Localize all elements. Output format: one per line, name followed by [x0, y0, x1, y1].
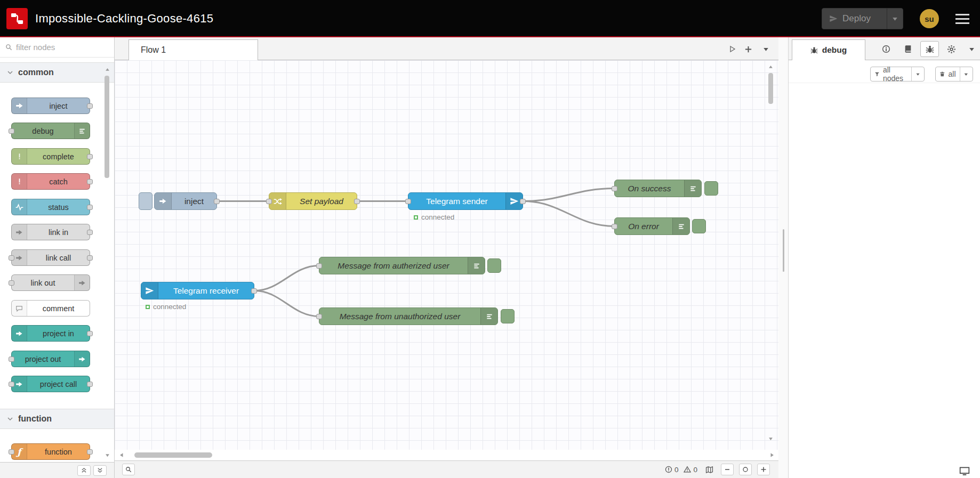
node-on-error[interactable]: On error	[614, 217, 690, 235]
palette-node-project-out[interactable]: project out	[11, 351, 90, 367]
palette-scroll-up-arrow[interactable]	[105, 67, 110, 72]
debug-filter-button[interactable]: all nodes	[870, 67, 925, 82]
deploy-options-button[interactable]	[887, 15, 903, 22]
palette-node-label: function	[27, 444, 90, 459]
hamburger-menu-icon	[955, 18, 969, 20]
tab-debug[interactable]: debug	[792, 39, 865, 60]
flow-list-button[interactable]	[759, 42, 773, 56]
palette-filter-input[interactable]	[16, 43, 122, 52]
input-port[interactable]	[612, 186, 617, 191]
palette-node-link-in[interactable]: link in	[11, 224, 90, 240]
debug-toggle-button[interactable]	[692, 219, 706, 233]
sidebar-tab-debug-button[interactable]	[920, 41, 939, 57]
palette-category-common[interactable]: common	[0, 62, 114, 83]
palette-node-project-call[interactable]: project call	[11, 376, 90, 392]
debug-list-icon	[684, 180, 701, 197]
input-port[interactable]	[316, 263, 322, 269]
node-red-editor: Impossible-Cackling-Goose-4615 Deploy su…	[0, 0, 980, 478]
main-menu-button[interactable]	[951, 8, 974, 29]
node-inject[interactable]: inject	[154, 192, 217, 210]
input-port[interactable]	[612, 224, 617, 229]
book-icon	[904, 45, 912, 53]
node-telegram-receiver[interactable]: Telegram receiver connected	[141, 282, 254, 299]
output-port[interactable]	[520, 199, 526, 204]
node-red-logo	[6, 8, 28, 29]
node-message-authorized[interactable]: Message from autherized user	[319, 257, 485, 274]
palette-node-link-out[interactable]: link out	[11, 274, 90, 291]
input-port	[9, 357, 14, 362]
zoom-in-button[interactable]	[757, 464, 770, 475]
debug-toggle-button[interactable]	[487, 258, 501, 273]
canvas-horizontal-scrollbar-thumb[interactable]	[134, 452, 212, 458]
palette-node-catch[interactable]: catch	[11, 173, 90, 190]
palette-node-debug[interactable]: debug	[11, 123, 90, 139]
input-port[interactable]	[266, 199, 272, 204]
wire-receiver-unauthorized[interactable]	[254, 291, 319, 317]
debug-clear-button[interactable]: all	[935, 67, 973, 82]
palette-node-label: link out	[12, 275, 74, 290]
node-label: Telegram receiver	[158, 282, 254, 299]
palette-node-status[interactable]: status	[11, 199, 90, 215]
open-flow-button[interactable]	[725, 42, 739, 56]
deploy-button[interactable]: Deploy	[822, 8, 903, 29]
palette-node-label: debug	[12, 123, 74, 139]
wire-sender-onerror[interactable]	[523, 201, 614, 226]
palette-node-comment[interactable]: comment	[11, 300, 90, 317]
error-count[interactable]: 0	[665, 466, 679, 474]
palette-node-link-call[interactable]: link call	[11, 249, 90, 266]
sidebar-tab-help-button[interactable]	[898, 41, 917, 57]
palette-scrollbar-thumb[interactable]	[105, 76, 109, 178]
canvas-scroll-up-arrow[interactable]	[768, 64, 773, 69]
palette-scroll-down-arrow[interactable]	[105, 453, 110, 458]
palette-node-function[interactable]: ƒ function	[11, 443, 90, 460]
toggle-event-log-button[interactable]	[959, 466, 972, 476]
output-port[interactable]	[354, 199, 360, 204]
canvas-scroll-left-arrow[interactable]	[119, 452, 124, 458]
inject-trigger-button[interactable]	[139, 192, 152, 210]
collapse-categories-button[interactable]	[93, 465, 107, 476]
debug-list-icon	[672, 218, 689, 234]
output-port[interactable]	[214, 199, 220, 204]
node-telegram-sender[interactable]: Telegram sender connected	[408, 192, 523, 210]
input-port[interactable]	[316, 314, 322, 319]
debug-toggle-button[interactable]	[501, 309, 515, 323]
palette-node-complete[interactable]: complete	[11, 148, 90, 165]
canvas-scroll-right-arrow[interactable]	[769, 452, 775, 458]
flow-canvas[interactable]: inject Set payload Telegram sender conne…	[115, 60, 778, 450]
sidebar-tab-info-button[interactable]	[877, 41, 895, 57]
search-flows-button[interactable]	[122, 464, 135, 475]
map-icon	[705, 466, 713, 474]
palette-category-function[interactable]: function	[0, 409, 114, 429]
wire-sender-onsuccess[interactable]	[523, 189, 614, 201]
palette-node-label: complete	[27, 149, 90, 164]
wire-receiver-authorized[interactable]	[254, 266, 319, 291]
canvas-vertical-scrollbar-thumb[interactable]	[768, 73, 773, 104]
node-set-payload[interactable]: Set payload	[269, 192, 357, 210]
input-port[interactable]	[405, 199, 411, 204]
input-port	[9, 382, 14, 387]
zoom-out-button[interactable]	[721, 464, 734, 475]
output-port[interactable]	[251, 288, 257, 294]
node-message-unauthorized[interactable]: Message from unauthorized user	[319, 307, 498, 325]
sidebar-splitter[interactable]	[778, 37, 788, 478]
debug-toggle-button[interactable]	[704, 181, 718, 196]
tab-flow-1[interactable]: Flow 1	[128, 39, 258, 60]
canvas-scroll-down-arrow[interactable]	[768, 436, 773, 441]
expand-categories-button[interactable]	[77, 465, 91, 476]
toggle-navigator-button[interactable]	[703, 464, 716, 475]
output-port	[87, 449, 93, 455]
node-on-success[interactable]: On success	[614, 180, 702, 197]
debug-messages-panel	[789, 83, 980, 478]
add-flow-button[interactable]	[741, 42, 755, 56]
minus-icon	[724, 466, 730, 473]
sidebar-tab-config-button[interactable]	[942, 41, 961, 57]
palette-node-inject[interactable]: inject	[11, 98, 90, 114]
chevron-down-icon	[963, 71, 969, 77]
palette-node-label: link in	[27, 224, 90, 240]
palette-node-project-in[interactable]: project in	[11, 325, 90, 342]
sidebar-menu-button[interactable]	[966, 44, 977, 54]
user-avatar[interactable]: su	[920, 9, 939, 28]
status-ring-icon	[414, 215, 418, 220]
zoom-reset-button[interactable]	[739, 464, 752, 475]
warning-count[interactable]: 0	[684, 466, 697, 474]
